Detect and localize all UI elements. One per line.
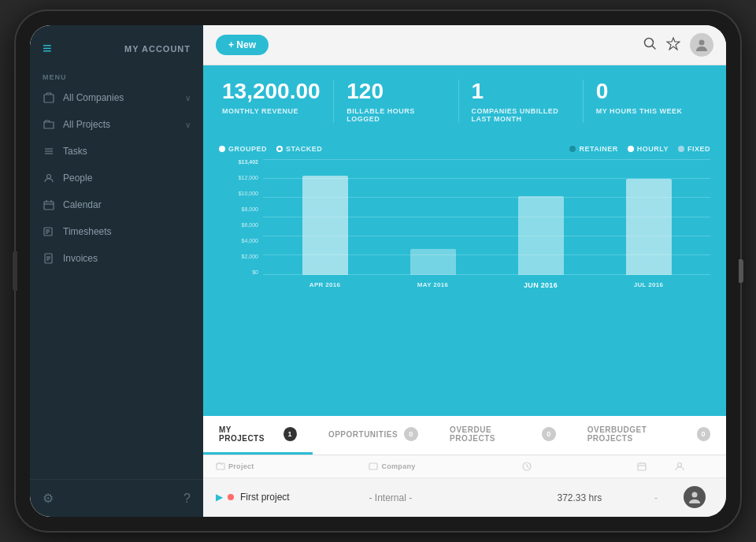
hamburger-icon[interactable]: ≡ bbox=[43, 39, 52, 58]
svg-line-18 bbox=[653, 46, 656, 49]
search-icon[interactable] bbox=[643, 36, 657, 54]
stat-my-hours: 0 MY HOURS THIS WEEK bbox=[584, 80, 707, 123]
stat-billable-hours: 120 BILLABLE HOURS LOGGED bbox=[334, 80, 458, 123]
svg-point-31 bbox=[691, 492, 697, 498]
th-hours bbox=[522, 462, 637, 471]
sidebar-header: ≡ MY ACCOUNT bbox=[30, 25, 203, 65]
legend-right: RETAINER HOURLY FIXED bbox=[569, 145, 710, 153]
sidebar-item-people[interactable]: People bbox=[30, 165, 203, 191]
sidebar-item-timesheets[interactable]: Timesheets bbox=[30, 218, 203, 245]
tablet-frame: ≡ MY ACCOUNT MENU All Companies ∨ bbox=[16, 11, 740, 531]
calendar-label: Calendar bbox=[63, 199, 102, 210]
tablet-power-button[interactable] bbox=[739, 259, 743, 283]
y-label-6000: $6,000 bbox=[242, 222, 258, 228]
legend-grouped: GROUPED bbox=[219, 145, 267, 153]
tab-my-projects-badge: 1 bbox=[284, 427, 297, 441]
bar-may bbox=[410, 249, 456, 275]
main-content: + New bbox=[203, 25, 726, 517]
sidebar-item-tasks[interactable]: Tasks bbox=[30, 138, 203, 165]
sidebar: ≡ MY ACCOUNT MENU All Companies ∨ bbox=[30, 25, 203, 517]
svg-point-30 bbox=[678, 463, 682, 467]
tablet-screen: ≡ MY ACCOUNT MENU All Companies ∨ bbox=[30, 25, 726, 517]
grouped-dot bbox=[219, 146, 225, 152]
bar-jul-fill bbox=[626, 179, 672, 275]
chart-area: GROUPED STACKED RETAINER bbox=[203, 137, 726, 416]
help-icon[interactable]: ? bbox=[183, 492, 191, 506]
bar-jun bbox=[518, 196, 564, 275]
tab-opportunities[interactable]: OPPORTUNITIES 0 bbox=[313, 416, 434, 455]
row-expander[interactable]: ▶ bbox=[216, 492, 223, 503]
tab-overdue-badge: 0 bbox=[542, 427, 555, 441]
col-header-calendar bbox=[637, 462, 676, 471]
user-avatar[interactable] bbox=[690, 33, 713, 57]
row-user-avatar[interactable] bbox=[684, 486, 706, 508]
tab-overbudget-badge: 0 bbox=[697, 427, 710, 441]
legend-stacked: STACKED bbox=[276, 145, 322, 153]
bar-jun-fill bbox=[518, 196, 564, 275]
svg-rect-0 bbox=[44, 95, 54, 102]
row-avatar-cell bbox=[675, 486, 713, 508]
bar-jul bbox=[626, 179, 672, 275]
settings-icon[interactable]: ⚙ bbox=[43, 491, 54, 506]
svg-rect-5 bbox=[44, 202, 54, 210]
stats-bar: 13,200.00 MONTHLY REVENUE 120 BILLABLE H… bbox=[203, 65, 726, 137]
topbar-right bbox=[643, 33, 713, 57]
timesheets-label: Timesheets bbox=[63, 226, 112, 237]
x-label-apr: APR 2016 bbox=[271, 281, 379, 289]
tablet-home-button[interactable] bbox=[13, 251, 17, 291]
th-company: Company bbox=[369, 462, 521, 471]
tab-my-projects[interactable]: MY PROJECTS 1 bbox=[203, 416, 313, 455]
x-label-jun: JUN 2016 bbox=[487, 281, 595, 289]
svg-point-4 bbox=[47, 175, 51, 179]
projects-icon bbox=[43, 118, 55, 131]
svg-line-25 bbox=[527, 466, 529, 468]
account-title: MY ACCOUNT bbox=[124, 44, 191, 54]
fixed-label: FIXED bbox=[687, 145, 710, 153]
chart-with-yaxis: $13,402 $12,000 $10,000 $8,000 $6,000 $4… bbox=[219, 159, 710, 289]
row-calendar-value: - bbox=[654, 492, 658, 503]
y-label-10000: $10,000 bbox=[239, 191, 258, 196]
chart-legend: GROUPED STACKED RETAINER bbox=[219, 145, 710, 153]
svg-point-20 bbox=[699, 40, 705, 46]
x-label-may: MAY 2016 bbox=[379, 281, 487, 289]
new-button[interactable]: + New bbox=[216, 35, 269, 55]
stat-value-hours: 120 bbox=[346, 80, 445, 104]
svg-marker-19 bbox=[667, 38, 680, 50]
people-label: People bbox=[63, 173, 92, 184]
retainer-dot bbox=[569, 146, 576, 152]
stat-label-my-hours: MY HOURS THIS WEEK bbox=[596, 107, 695, 115]
retainer-label: RETAINER bbox=[579, 145, 617, 153]
sidebar-item-calendar[interactable]: Calendar bbox=[30, 191, 203, 218]
bar-may-fill bbox=[410, 249, 456, 275]
stat-label-revenue: MONTHLY REVENUE bbox=[222, 107, 321, 115]
table-header: Project Company bbox=[203, 455, 726, 478]
y-label-2000: $2,000 bbox=[242, 254, 258, 259]
fixed-dot bbox=[678, 146, 684, 152]
tab-overdue-projects[interactable]: OVERDUE PROJECTS 0 bbox=[434, 416, 572, 455]
projects-label: All Projects bbox=[63, 119, 110, 130]
status-dot bbox=[228, 494, 234, 500]
th-avatar bbox=[675, 462, 713, 471]
legend-left: GROUPED STACKED bbox=[219, 145, 322, 153]
y-axis: $13,402 $12,000 $10,000 $8,000 $6,000 $4… bbox=[219, 159, 263, 289]
stacked-dot bbox=[276, 146, 283, 152]
row-project-name: First project bbox=[240, 492, 290, 503]
th-calendar bbox=[637, 462, 676, 471]
y-label-12000: $12,000 bbox=[239, 175, 258, 180]
tab-overbudget-projects[interactable]: OVERBUDGET PROJECTS 0 bbox=[572, 416, 726, 455]
y-label-0: $0 bbox=[252, 269, 258, 275]
projects-chevron: ∨ bbox=[185, 121, 191, 129]
sidebar-item-invoices[interactable]: Invoices bbox=[30, 245, 203, 272]
legend-fixed: FIXED bbox=[678, 145, 710, 153]
sidebar-item-companies[interactable]: All Companies ∨ bbox=[30, 84, 203, 111]
bar-apr bbox=[302, 176, 348, 275]
tab-opportunities-label: OPPORTUNITIES bbox=[328, 430, 398, 439]
star-icon[interactable] bbox=[666, 36, 680, 54]
bars-container bbox=[263, 159, 710, 275]
stat-value-my-hours: 0 bbox=[596, 80, 695, 104]
sidebar-item-projects[interactable]: All Projects ∨ bbox=[30, 111, 203, 138]
y-label-4000: $4,000 bbox=[242, 238, 258, 243]
tasks-label: Tasks bbox=[63, 146, 87, 157]
hourly-dot bbox=[628, 146, 634, 152]
col-header-project: Project bbox=[216, 462, 369, 471]
